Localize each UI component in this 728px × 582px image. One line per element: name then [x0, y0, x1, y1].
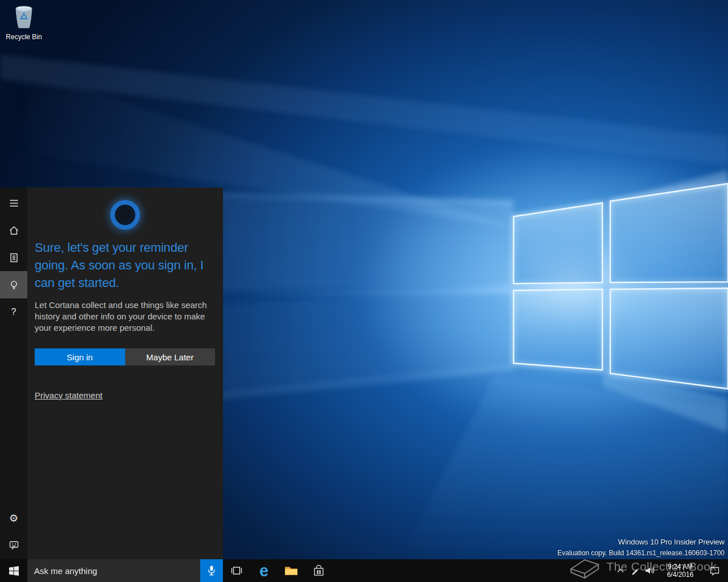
system-tray: 9:24 AM 6/4/2016	[613, 559, 728, 582]
clock-date: 6/4/2016	[657, 571, 703, 579]
pen-icon	[631, 567, 639, 575]
cortana-content: Sure, let's get your reminder going. As …	[27, 188, 223, 559]
cortana-rail-bottom: ⚙	[0, 504, 27, 559]
help-icon: ?	[11, 307, 16, 317]
sidebar-item-help[interactable]: ?	[0, 298, 27, 326]
chevron-up-icon	[617, 568, 624, 573]
store-icon	[313, 565, 324, 576]
search-input[interactable]	[27, 559, 200, 582]
file-explorer-button[interactable]	[278, 559, 305, 582]
clock-time: 9:24 AM	[657, 563, 703, 571]
edge-icon: e	[259, 563, 268, 579]
sidebar-item-reminders[interactable]	[0, 271, 27, 298]
volume-tray-button[interactable]	[643, 559, 657, 582]
action-center-icon	[710, 566, 719, 576]
sidebar-item-notebook[interactable]	[0, 244, 27, 271]
windows-start-icon	[9, 566, 19, 576]
feedback-icon	[9, 540, 19, 551]
sidebar-item-feedback[interactable]	[0, 531, 27, 559]
recycle-bin[interactable]: Recycle Bin	[5, 5, 43, 41]
sidebar-item-settings[interactable]: ⚙	[0, 504, 27, 531]
home-icon	[9, 225, 19, 236]
sidebar-item-home[interactable]	[0, 217, 27, 244]
hamburger-menu-icon	[9, 198, 19, 209]
file-explorer-icon	[284, 566, 298, 576]
lightbulb-reminders-icon	[9, 280, 19, 290]
taskbar-search-box	[27, 559, 223, 582]
store-button[interactable]	[305, 559, 332, 582]
recycle-bin-icon	[13, 5, 35, 30]
settings-gear-icon: ⚙	[9, 512, 18, 524]
microphone-icon	[207, 565, 216, 576]
sign-in-button[interactable]: Sign in	[35, 348, 125, 365]
recycle-bin-label: Recycle Bin	[5, 33, 43, 41]
edge-button[interactable]: e	[250, 559, 278, 582]
start-button[interactable]	[0, 559, 27, 582]
notebook-icon	[9, 252, 19, 263]
task-view-button[interactable]	[223, 559, 250, 582]
hamburger-menu-button[interactable]	[0, 189, 27, 217]
privacy-statement-link[interactable]: Privacy statement	[35, 390, 102, 400]
cortana-buttons: Sign in Maybe Later	[35, 348, 215, 365]
cortana-rail: ? ⚙	[0, 188, 27, 559]
desktop: Recycle Bin Windows 10 Pro Insider Previ…	[0, 0, 728, 582]
insider-watermark-line1: Windows 10 Pro Insider Preview	[557, 538, 725, 546]
maybe-later-button[interactable]: Maybe Later	[125, 348, 216, 365]
speaker-icon	[645, 567, 655, 575]
action-center-button[interactable]	[703, 559, 726, 582]
insider-watermark-line2: Evaluation copy. Build 14361.rs1_release…	[557, 549, 725, 557]
cortana-body-text: Let Cortana collect and use things like …	[35, 300, 215, 334]
cortana-rail-top: ?	[0, 189, 27, 326]
pen-tray-button[interactable]	[628, 559, 643, 582]
microphone-button[interactable]	[200, 559, 223, 582]
cortana-panel: ? ⚙ Sure, let	[0, 188, 223, 559]
cortana-heading: Sure, let's get your reminder going. As …	[35, 239, 215, 292]
taskbar-clock[interactable]: 9:24 AM 6/4/2016	[657, 563, 703, 579]
task-view-icon	[231, 566, 242, 576]
tray-expand-button[interactable]	[613, 559, 628, 582]
cortana-ring-icon	[110, 200, 140, 230]
insider-watermark: Windows 10 Pro Insider Preview Evaluatio…	[557, 538, 725, 557]
taskbar: e	[0, 559, 728, 582]
